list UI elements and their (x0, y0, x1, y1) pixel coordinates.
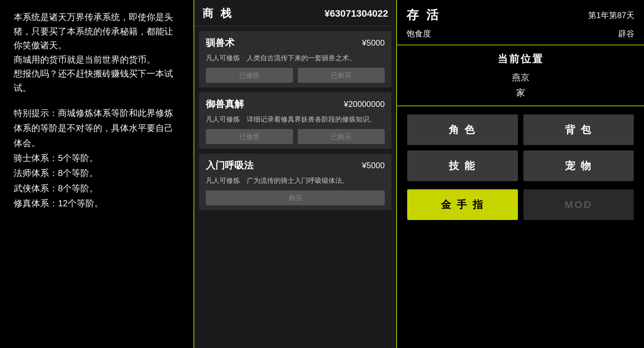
shop-item-buttons: 购买 (206, 190, 385, 205)
shop-items-list: 驯兽术 ¥5000 凡人可修炼 人类自古流传下来的一套驯兽之术。 已修炼 已购买… (194, 26, 396, 348)
shop-item: 入门呼吸法 ¥5000 凡人可修炼 广为流传的骑士入门呼吸锻体法。 购买 (199, 154, 392, 210)
shop-btn-1[interactable]: 已修炼 (206, 68, 293, 83)
shop-panel: 商 栈 ¥63071304022 驯兽术 ¥5000 凡人可修炼 人类自古流传下… (194, 0, 397, 348)
backpack-button[interactable]: 背 包 (523, 114, 634, 145)
shop-item-header: 御兽真解 ¥20000000 (206, 98, 385, 111)
golden-finger-button[interactable]: 金 手 指 (407, 189, 518, 220)
shop-btn-1[interactable]: 购买 (206, 190, 385, 205)
right-panel-inner: 存 活 第1年第87天 饱食度 辟谷 当前位置 燕京 家 角 色 背 包 技 能… (397, 0, 644, 348)
location-home: 家 (407, 87, 634, 99)
location-city: 燕京 (407, 72, 634, 83)
food-value: 辟谷 (618, 28, 634, 39)
right-panel: 存 活 第1年第87天 饱食度 辟谷 当前位置 燕京 家 角 色 背 包 技 能… (397, 0, 644, 348)
left-panel: 本系统是诸天万界传承系统，即使你是头猪，只要买了本系统的传承秘籍，都能让你笑傲诸… (0, 0, 194, 348)
shop-item-buttons: 已修炼 已购买 (206, 129, 385, 144)
shop-item-name: 御兽真解 (206, 98, 244, 111)
shop-item-price: ¥5000 (362, 38, 385, 48)
pet-button[interactable]: 宠 物 (523, 151, 634, 181)
shop-item-name: 驯兽术 (206, 36, 234, 49)
shop-item-desc: 凡人可修炼 广为流传的骑士入门呼吸锻体法。 (206, 175, 385, 186)
mod-button[interactable]: MOD (523, 189, 634, 220)
shop-item-name: 入门呼吸法 (206, 159, 254, 172)
status-section: 存 活 第1年第87天 饱食度 辟谷 (397, 0, 644, 45)
shop-item-header: 入门呼吸法 ¥5000 (206, 159, 385, 172)
shop-btn-1[interactable]: 已修炼 (206, 129, 293, 144)
shop-item-header: 驯兽术 ¥5000 (206, 36, 385, 49)
shop-item: 驯兽术 ¥5000 凡人可修炼 人类自古流传下来的一套驯兽之术。 已修炼 已购买 (199, 31, 392, 88)
shop-item-price: ¥20000000 (344, 99, 385, 109)
tips-text: 特别提示：商城修炼体系等阶和此界修炼体系的等阶是不对等的，具体水平要自己体会。 … (14, 106, 180, 211)
survive-label: 存 活 (407, 7, 441, 23)
skills-button[interactable]: 技 能 (407, 151, 518, 181)
bottom-buttons: 金 手 指 MOD (397, 189, 644, 228)
shop-currency: ¥63071304022 (324, 8, 388, 19)
day-display: 第1年第87天 (588, 10, 634, 21)
shop-header: 商 栈 ¥63071304022 (194, 0, 396, 26)
action-buttons: 角 色 背 包 技 能 宠 物 (397, 106, 644, 189)
shop-item-price: ¥5000 (362, 161, 385, 170)
shop-item-desc: 凡人可修炼 详细记录着修真界妖兽各阶段的修炼知识。 (206, 114, 385, 124)
food-row: 饱食度 辟谷 (407, 28, 634, 39)
shop-btn-2[interactable]: 已购买 (298, 129, 385, 144)
location-section: 当前位置 燕京 家 (397, 45, 644, 106)
food-label: 饱食度 (407, 28, 431, 39)
shop-btn-2[interactable]: 已购买 (298, 68, 385, 83)
survive-row: 存 活 第1年第87天 (407, 7, 634, 23)
shop-item-desc: 凡人可修炼 人类自古流传下来的一套驯兽之术。 (206, 53, 385, 63)
shop-item-buttons: 已修炼 已购买 (206, 68, 385, 83)
character-button[interactable]: 角 色 (407, 114, 518, 145)
location-heading: 当前位置 (407, 52, 634, 66)
intro-text: 本系统是诸天万界传承系统，即使你是头猪，只要买了本系统的传承秘籍，都能让你笑傲诸… (14, 10, 180, 95)
shop-title: 商 栈 (202, 6, 233, 21)
shop-item: 御兽真解 ¥20000000 凡人可修炼 详细记录着修真界妖兽各阶段的修炼知识。… (199, 92, 392, 149)
